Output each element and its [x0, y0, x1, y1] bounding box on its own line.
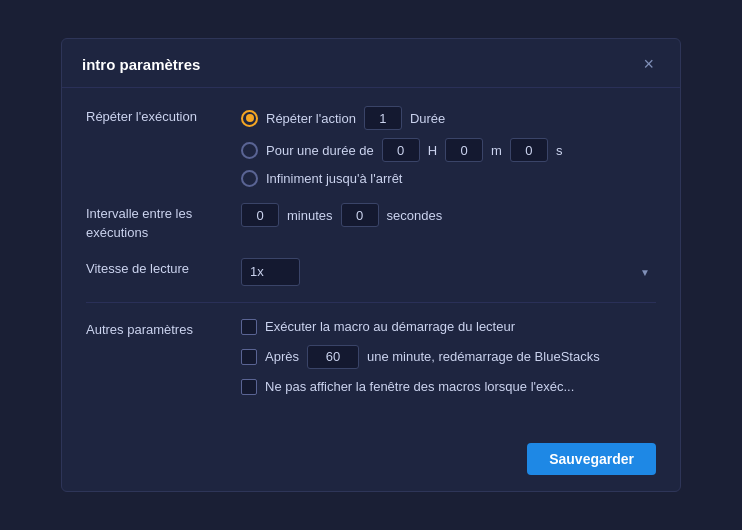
repeat-action-input[interactable] [364, 106, 402, 130]
interval-label: Intervalle entre les exécutions [86, 203, 241, 241]
interval-inputs: minutes secondes [241, 203, 656, 227]
macro-start-label: Exécuter la macro au démarrage du lecteu… [265, 319, 515, 334]
autres-option1: Exécuter la macro au démarrage du lecteu… [241, 319, 600, 335]
interval-minutes-input[interactable] [241, 203, 279, 227]
interval-seconds-input[interactable] [341, 203, 379, 227]
s-unit: s [556, 143, 563, 158]
autres-option2: Après une minute, redémarrage de BlueSta… [241, 345, 600, 369]
apres-value-input[interactable] [307, 345, 359, 369]
speed-select-wrapper: 1x 2x 3x 0.5x ▼ [241, 258, 656, 286]
dialog: intro paramètres × Répéter l'exécution R… [61, 38, 681, 491]
section-divider [86, 302, 656, 303]
autres-label: Autres paramètres [86, 319, 241, 339]
speed-content: 1x 2x 3x 0.5x ▼ [241, 258, 656, 286]
repeat-options: Répéter l'action Durée Pour une durée de… [241, 106, 656, 187]
apres-suffix: une minute, redémarrage de BlueStacks [367, 349, 600, 364]
duration-s-input[interactable] [510, 138, 548, 162]
radio-duration[interactable] [241, 142, 258, 159]
close-button[interactable]: × [637, 53, 660, 75]
repeat-action-label: Répéter l'action [266, 111, 356, 126]
dialog-footer: Sauvegarder [62, 431, 680, 491]
radio-infinite[interactable] [241, 170, 258, 187]
repeat-label: Répéter l'exécution [86, 106, 241, 126]
repeat-row: Répéter l'exécution Répéter l'action Dur… [86, 106, 656, 187]
repeat-option3: Infiniment jusqu'à l'arrêt [241, 170, 656, 187]
no-window-label: Ne pas afficher la fenêtre des macros lo… [265, 379, 574, 394]
checkbox-apres[interactable] [241, 349, 257, 365]
dialog-header: intro paramètres × [62, 39, 680, 88]
dialog-title: intro paramètres [82, 56, 200, 73]
infinite-label: Infiniment jusqu'à l'arrêt [266, 171, 402, 186]
duration-label: Pour une durée de [266, 143, 374, 158]
chevron-down-icon: ▼ [640, 266, 650, 277]
speed-label: Vitesse de lecture [86, 258, 241, 278]
repeat-action-suffix: Durée [410, 111, 445, 126]
h-unit: H [428, 143, 437, 158]
speed-select[interactable]: 1x 2x 3x 0.5x [241, 258, 300, 286]
autres-options: Exécuter la macro au démarrage du lecteu… [241, 319, 600, 395]
dialog-body: Répéter l'exécution Répéter l'action Dur… [62, 88, 680, 430]
m-unit: m [491, 143, 502, 158]
duration-h-input[interactable] [382, 138, 420, 162]
autres-option3: Ne pas afficher la fenêtre des macros lo… [241, 379, 600, 395]
autres-row: Autres paramètres Exécuter la macro au d… [86, 319, 656, 395]
checkbox-macro-start[interactable] [241, 319, 257, 335]
checkbox-no-window[interactable] [241, 379, 257, 395]
seconds-unit: secondes [387, 208, 443, 223]
speed-row: Vitesse de lecture 1x 2x 3x 0.5x ▼ [86, 258, 656, 286]
interval-content: minutes secondes [241, 203, 656, 227]
apres-prefix: Après [265, 349, 299, 364]
duration-m-input[interactable] [445, 138, 483, 162]
radio-repeat-action[interactable] [241, 110, 258, 127]
minutes-unit: minutes [287, 208, 333, 223]
repeat-option1: Répéter l'action Durée [241, 106, 656, 130]
interval-row: Intervalle entre les exécutions minutes … [86, 203, 656, 241]
save-button[interactable]: Sauvegarder [527, 443, 656, 475]
repeat-option2: Pour une durée de H m s [241, 138, 656, 162]
